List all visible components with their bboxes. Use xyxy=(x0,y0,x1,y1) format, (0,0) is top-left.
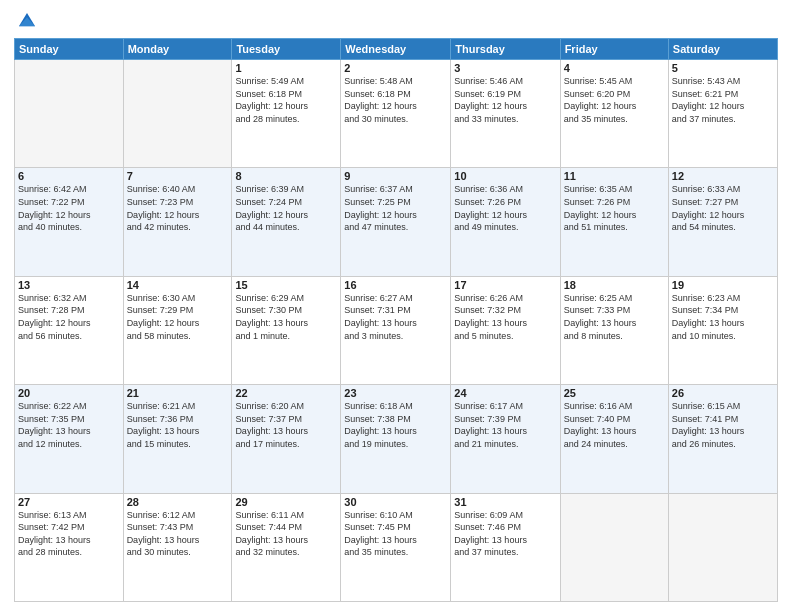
day-number: 13 xyxy=(18,279,120,291)
calendar-cell[interactable]: 14Sunrise: 6:30 AM Sunset: 7:29 PM Dayli… xyxy=(123,276,232,384)
day-info: Sunrise: 6:26 AM Sunset: 7:32 PM Dayligh… xyxy=(454,292,556,342)
calendar-cell[interactable]: 1Sunrise: 5:49 AM Sunset: 6:18 PM Daylig… xyxy=(232,60,341,168)
day-number: 25 xyxy=(564,387,665,399)
calendar-dow-thursday: Thursday xyxy=(451,39,560,60)
calendar-week-row: 27Sunrise: 6:13 AM Sunset: 7:42 PM Dayli… xyxy=(15,493,778,601)
day-info: Sunrise: 6:18 AM Sunset: 7:38 PM Dayligh… xyxy=(344,400,447,450)
calendar-cell[interactable]: 3Sunrise: 5:46 AM Sunset: 6:19 PM Daylig… xyxy=(451,60,560,168)
calendar-cell[interactable]: 29Sunrise: 6:11 AM Sunset: 7:44 PM Dayli… xyxy=(232,493,341,601)
day-number: 14 xyxy=(127,279,229,291)
calendar-cell[interactable]: 20Sunrise: 6:22 AM Sunset: 7:35 PM Dayli… xyxy=(15,385,124,493)
day-number: 22 xyxy=(235,387,337,399)
calendar-cell[interactable]: 4Sunrise: 5:45 AM Sunset: 6:20 PM Daylig… xyxy=(560,60,668,168)
day-info: Sunrise: 6:39 AM Sunset: 7:24 PM Dayligh… xyxy=(235,183,337,233)
calendar-dow-tuesday: Tuesday xyxy=(232,39,341,60)
day-number: 29 xyxy=(235,496,337,508)
calendar-cell xyxy=(668,493,777,601)
day-number: 6 xyxy=(18,170,120,182)
day-info: Sunrise: 6:30 AM Sunset: 7:29 PM Dayligh… xyxy=(127,292,229,342)
day-number: 3 xyxy=(454,62,556,74)
day-info: Sunrise: 6:29 AM Sunset: 7:30 PM Dayligh… xyxy=(235,292,337,342)
calendar-cell[interactable]: 23Sunrise: 6:18 AM Sunset: 7:38 PM Dayli… xyxy=(341,385,451,493)
day-info: Sunrise: 6:36 AM Sunset: 7:26 PM Dayligh… xyxy=(454,183,556,233)
calendar-cell[interactable]: 2Sunrise: 5:48 AM Sunset: 6:18 PM Daylig… xyxy=(341,60,451,168)
day-info: Sunrise: 5:48 AM Sunset: 6:18 PM Dayligh… xyxy=(344,75,447,125)
calendar-cell[interactable]: 17Sunrise: 6:26 AM Sunset: 7:32 PM Dayli… xyxy=(451,276,560,384)
calendar-cell[interactable]: 16Sunrise: 6:27 AM Sunset: 7:31 PM Dayli… xyxy=(341,276,451,384)
day-info: Sunrise: 6:32 AM Sunset: 7:28 PM Dayligh… xyxy=(18,292,120,342)
day-number: 1 xyxy=(235,62,337,74)
calendar-week-row: 13Sunrise: 6:32 AM Sunset: 7:28 PM Dayli… xyxy=(15,276,778,384)
calendar-cell[interactable]: 11Sunrise: 6:35 AM Sunset: 7:26 PM Dayli… xyxy=(560,168,668,276)
calendar-cell[interactable]: 21Sunrise: 6:21 AM Sunset: 7:36 PM Dayli… xyxy=(123,385,232,493)
calendar-cell[interactable]: 30Sunrise: 6:10 AM Sunset: 7:45 PM Dayli… xyxy=(341,493,451,601)
calendar-cell[interactable]: 5Sunrise: 5:43 AM Sunset: 6:21 PM Daylig… xyxy=(668,60,777,168)
page: SundayMondayTuesdayWednesdayThursdayFrid… xyxy=(0,0,792,612)
day-number: 10 xyxy=(454,170,556,182)
day-info: Sunrise: 6:40 AM Sunset: 7:23 PM Dayligh… xyxy=(127,183,229,233)
calendar-cell[interactable]: 27Sunrise: 6:13 AM Sunset: 7:42 PM Dayli… xyxy=(15,493,124,601)
calendar-cell[interactable]: 7Sunrise: 6:40 AM Sunset: 7:23 PM Daylig… xyxy=(123,168,232,276)
day-info: Sunrise: 6:27 AM Sunset: 7:31 PM Dayligh… xyxy=(344,292,447,342)
calendar-week-row: 20Sunrise: 6:22 AM Sunset: 7:35 PM Dayli… xyxy=(15,385,778,493)
calendar-cell[interactable]: 18Sunrise: 6:25 AM Sunset: 7:33 PM Dayli… xyxy=(560,276,668,384)
day-info: Sunrise: 6:33 AM Sunset: 7:27 PM Dayligh… xyxy=(672,183,774,233)
calendar-cell[interactable]: 6Sunrise: 6:42 AM Sunset: 7:22 PM Daylig… xyxy=(15,168,124,276)
day-info: Sunrise: 5:49 AM Sunset: 6:18 PM Dayligh… xyxy=(235,75,337,125)
calendar-dow-friday: Friday xyxy=(560,39,668,60)
day-info: Sunrise: 6:25 AM Sunset: 7:33 PM Dayligh… xyxy=(564,292,665,342)
day-number: 8 xyxy=(235,170,337,182)
day-number: 15 xyxy=(235,279,337,291)
calendar-header-row: SundayMondayTuesdayWednesdayThursdayFrid… xyxy=(15,39,778,60)
svg-marker-1 xyxy=(19,17,35,26)
day-info: Sunrise: 6:09 AM Sunset: 7:46 PM Dayligh… xyxy=(454,509,556,559)
day-number: 28 xyxy=(127,496,229,508)
calendar-cell[interactable]: 25Sunrise: 6:16 AM Sunset: 7:40 PM Dayli… xyxy=(560,385,668,493)
day-info: Sunrise: 6:35 AM Sunset: 7:26 PM Dayligh… xyxy=(564,183,665,233)
day-number: 19 xyxy=(672,279,774,291)
day-number: 7 xyxy=(127,170,229,182)
header xyxy=(14,10,778,32)
calendar-cell[interactable]: 24Sunrise: 6:17 AM Sunset: 7:39 PM Dayli… xyxy=(451,385,560,493)
calendar-dow-saturday: Saturday xyxy=(668,39,777,60)
day-number: 23 xyxy=(344,387,447,399)
calendar-cell[interactable]: 10Sunrise: 6:36 AM Sunset: 7:26 PM Dayli… xyxy=(451,168,560,276)
calendar-cell[interactable]: 12Sunrise: 6:33 AM Sunset: 7:27 PM Dayli… xyxy=(668,168,777,276)
calendar-cell[interactable]: 8Sunrise: 6:39 AM Sunset: 7:24 PM Daylig… xyxy=(232,168,341,276)
calendar-dow-wednesday: Wednesday xyxy=(341,39,451,60)
calendar-dow-monday: Monday xyxy=(123,39,232,60)
logo xyxy=(14,10,40,32)
calendar-cell[interactable]: 26Sunrise: 6:15 AM Sunset: 7:41 PM Dayli… xyxy=(668,385,777,493)
calendar-cell[interactable]: 15Sunrise: 6:29 AM Sunset: 7:30 PM Dayli… xyxy=(232,276,341,384)
calendar-dow-sunday: Sunday xyxy=(15,39,124,60)
calendar-cell[interactable]: 22Sunrise: 6:20 AM Sunset: 7:37 PM Dayli… xyxy=(232,385,341,493)
day-number: 4 xyxy=(564,62,665,74)
day-number: 21 xyxy=(127,387,229,399)
calendar-cell[interactable]: 28Sunrise: 6:12 AM Sunset: 7:43 PM Dayli… xyxy=(123,493,232,601)
day-info: Sunrise: 5:45 AM Sunset: 6:20 PM Dayligh… xyxy=(564,75,665,125)
day-number: 9 xyxy=(344,170,447,182)
day-number: 11 xyxy=(564,170,665,182)
day-number: 27 xyxy=(18,496,120,508)
day-info: Sunrise: 5:43 AM Sunset: 6:21 PM Dayligh… xyxy=(672,75,774,125)
calendar-cell[interactable]: 31Sunrise: 6:09 AM Sunset: 7:46 PM Dayli… xyxy=(451,493,560,601)
day-info: Sunrise: 5:46 AM Sunset: 6:19 PM Dayligh… xyxy=(454,75,556,125)
calendar-cell[interactable]: 13Sunrise: 6:32 AM Sunset: 7:28 PM Dayli… xyxy=(15,276,124,384)
day-info: Sunrise: 6:17 AM Sunset: 7:39 PM Dayligh… xyxy=(454,400,556,450)
day-info: Sunrise: 6:22 AM Sunset: 7:35 PM Dayligh… xyxy=(18,400,120,450)
calendar-cell[interactable]: 9Sunrise: 6:37 AM Sunset: 7:25 PM Daylig… xyxy=(341,168,451,276)
day-number: 24 xyxy=(454,387,556,399)
day-number: 17 xyxy=(454,279,556,291)
day-number: 5 xyxy=(672,62,774,74)
day-number: 16 xyxy=(344,279,447,291)
calendar-cell[interactable]: 19Sunrise: 6:23 AM Sunset: 7:34 PM Dayli… xyxy=(668,276,777,384)
day-info: Sunrise: 6:16 AM Sunset: 7:40 PM Dayligh… xyxy=(564,400,665,450)
day-info: Sunrise: 6:12 AM Sunset: 7:43 PM Dayligh… xyxy=(127,509,229,559)
logo-icon xyxy=(16,10,38,32)
day-info: Sunrise: 6:42 AM Sunset: 7:22 PM Dayligh… xyxy=(18,183,120,233)
day-info: Sunrise: 6:23 AM Sunset: 7:34 PM Dayligh… xyxy=(672,292,774,342)
day-number: 12 xyxy=(672,170,774,182)
day-info: Sunrise: 6:13 AM Sunset: 7:42 PM Dayligh… xyxy=(18,509,120,559)
day-number: 26 xyxy=(672,387,774,399)
day-number: 20 xyxy=(18,387,120,399)
